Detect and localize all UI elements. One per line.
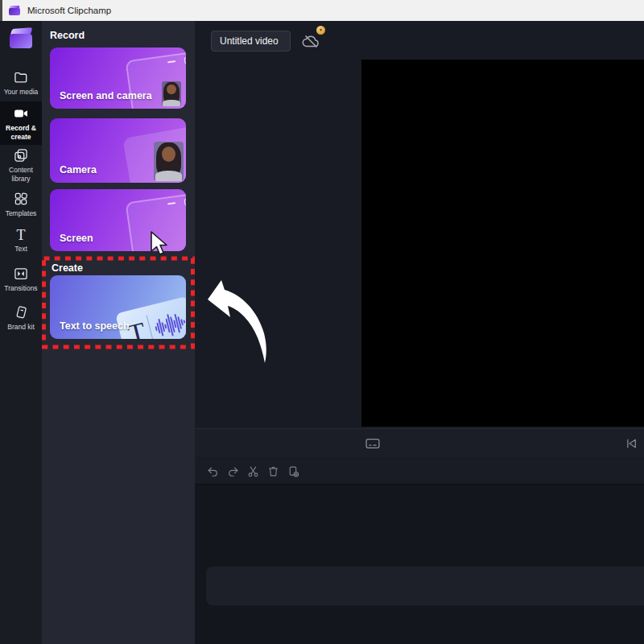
presenter-photo xyxy=(162,81,181,106)
folder-icon xyxy=(13,69,29,85)
text-to-speech-icon: T xyxy=(115,296,186,339)
sidebar-item-brand-kit[interactable]: Brand kit xyxy=(0,301,42,335)
sidebar-item-label: Your media xyxy=(1,88,41,96)
card-label: Screen xyxy=(60,233,93,244)
timeline-area xyxy=(195,485,644,644)
delete-button[interactable] xyxy=(265,463,282,480)
duplicate-plus-icon xyxy=(287,464,300,478)
redo-icon xyxy=(226,464,240,478)
sidebar-item-label: Record & create xyxy=(1,124,41,140)
scissors-icon xyxy=(246,464,260,478)
sidebar-item-label: Templates xyxy=(1,209,41,217)
brand-kit-icon xyxy=(13,304,29,320)
project-title-input[interactable]: Untitled video xyxy=(211,31,291,52)
card-label: Text to speech xyxy=(60,320,130,332)
undo-button[interactable] xyxy=(204,463,221,480)
video-preview xyxy=(361,60,644,427)
sidebar-item-label: Text xyxy=(1,245,41,253)
screen-mockup-graphic xyxy=(125,192,186,251)
captions-icon xyxy=(365,436,381,452)
sidebar-item-text[interactable]: T Text xyxy=(0,225,42,256)
window-titlebar: Microsoft Clipchamp xyxy=(0,0,644,21)
clipchamp-logo-icon xyxy=(9,6,20,15)
project-title-text: Untitled video xyxy=(220,35,279,47)
editor-area: Untitled video ♦ xyxy=(195,21,644,644)
trash-icon xyxy=(266,464,280,478)
window-title: Microsoft Clipchamp xyxy=(27,6,111,15)
premium-gem-badge: ♦ xyxy=(316,26,325,35)
captions-button[interactable] xyxy=(364,435,382,452)
screen-and-camera-card[interactable]: Screen and camera xyxy=(50,47,186,109)
cloud-off-icon xyxy=(301,31,320,51)
record-section-title: Record xyxy=(50,30,85,41)
sidebar-item-your-media[interactable]: Your media xyxy=(0,64,42,101)
skip-to-start-icon xyxy=(624,436,638,451)
sidebar-item-content-library[interactable]: Content library xyxy=(0,147,42,184)
timeline-toolbar xyxy=(195,459,644,485)
card-label: Camera xyxy=(60,164,97,175)
cloud-backup-off-button[interactable]: ♦ xyxy=(296,31,325,52)
record-create-panel: Record Screen and camera Camera Screen C… xyxy=(42,21,195,644)
card-label: Screen and camera xyxy=(60,90,152,101)
sidebar-item-label: Brand kit xyxy=(1,323,41,331)
playback-controls-bar xyxy=(195,428,644,457)
camera-card[interactable]: Camera xyxy=(50,118,186,183)
clipchamp-app-logo[interactable] xyxy=(10,28,32,48)
undo-icon xyxy=(206,464,220,478)
duplicate-button[interactable] xyxy=(285,463,302,480)
text-icon: T xyxy=(17,228,26,242)
nav-sidebar: Your media Record & create Content libra… xyxy=(0,21,42,644)
presenter-photo xyxy=(154,142,184,181)
transitions-icon xyxy=(13,266,29,282)
video-camera-icon xyxy=(13,105,29,122)
timeline-track[interactable] xyxy=(206,567,644,605)
redo-button[interactable] xyxy=(225,463,242,480)
split-button[interactable] xyxy=(245,463,262,480)
skip-to-start-button[interactable] xyxy=(622,435,640,452)
screen-card[interactable]: Screen xyxy=(50,189,186,251)
sidebar-item-label: Transitions xyxy=(1,284,41,292)
clipchamp-window: Microsoft Clipchamp Your media Record & … xyxy=(0,0,644,644)
content-library-icon xyxy=(13,147,29,163)
templates-icon xyxy=(13,191,29,207)
waveform-icon xyxy=(152,308,186,339)
sidebar-item-label: Content library xyxy=(1,166,41,182)
create-section-title: Create xyxy=(52,262,83,274)
sidebar-item-record-create[interactable]: Record & create xyxy=(0,101,42,145)
sidebar-item-templates[interactable]: Templates xyxy=(0,188,42,221)
sidebar-item-transitions[interactable]: Transitions xyxy=(0,262,42,296)
text-to-speech-card[interactable]: T xyxy=(50,275,186,339)
